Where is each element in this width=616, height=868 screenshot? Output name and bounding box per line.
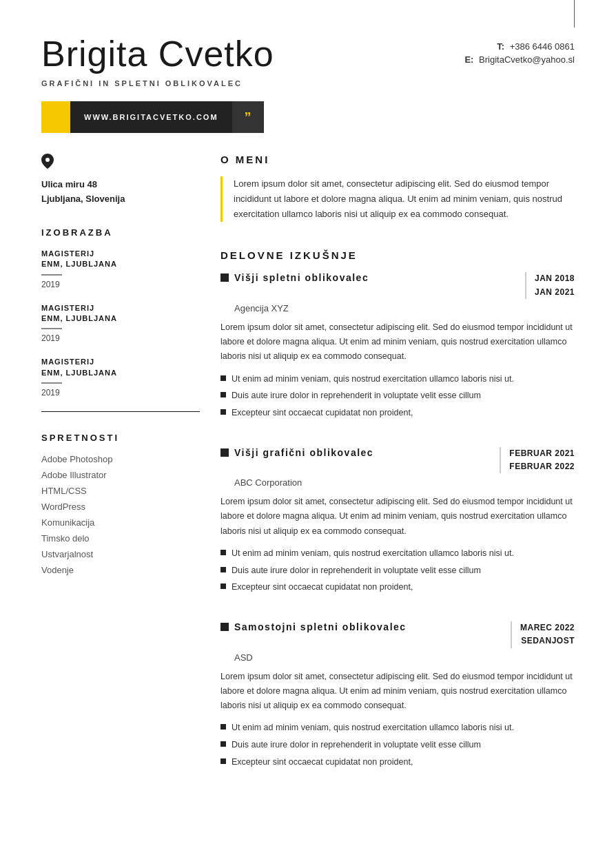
work-item-1: Višji spletni oblikovalec JAN 2018 JAN 2…: [220, 272, 575, 419]
education-item-3: MAGISTERIJ ENM, LJUBLJANA 2019: [41, 357, 200, 397]
work-date2-2: FEBRUAR 2022: [509, 460, 575, 473]
work-company-2: ABC Corporation: [220, 477, 575, 488]
work-square-icon-1: [220, 273, 229, 282]
work-bullet-3-3: Excepteur sint occaecat cupidatat non pr…: [220, 756, 575, 769]
phone-label: T:: [497, 41, 504, 52]
work-bullet-1-3: Excepteur sint occaecat cupidatat non pr…: [220, 406, 575, 420]
skill-item-6: Timsko delo: [41, 533, 200, 544]
work-company-1: Agencija XYZ: [220, 303, 575, 313]
work-header-3: Samostojni spletni oblikovalec MAREC 202…: [220, 621, 575, 648]
work-title-row-3: Samostojni spletni oblikovalec: [220, 621, 407, 632]
skill-item-1: Adobe Photoshop: [41, 454, 200, 464]
bullet-icon-3-2: [220, 741, 226, 747]
left-column: Ulica miru 48 Ljubljana, Slovenija IZOBR…: [41, 154, 200, 796]
skills-title: SPRETNOSTI: [41, 433, 200, 443]
work-header-2: Višji grafični oblikovalec FEBRUAR 2021 …: [220, 447, 575, 473]
location-icon: [41, 154, 200, 172]
quote-button[interactable]: ”: [232, 101, 264, 133]
bullet-icon-2-1: [220, 550, 226, 555]
edu-degree-3: MAGISTERIJ ENM, LJUBLJANA: [41, 357, 200, 378]
website-bar: WWW.BRIGITACVETKO.COM ”: [0, 101, 616, 133]
edu-year-1: 2019: [41, 280, 200, 289]
skill-item-2: Adobe Illustrator: [41, 470, 200, 480]
work-date1-3: MAREC 2022: [520, 621, 575, 634]
skill-item-5: Komunikacija: [41, 517, 200, 528]
skill-item-3: HTML/CSS: [41, 486, 200, 496]
work-title-row-2: Višji grafični oblikovalec: [220, 447, 373, 458]
bullet-icon-3-1: [220, 724, 226, 730]
website-button[interactable]: WWW.BRIGITACVETKO.COM: [70, 101, 232, 133]
work-dates-1: JAN 2018 JAN 2021: [525, 272, 575, 298]
skill-item-8: Vodenje: [41, 565, 200, 575]
work-item-3: Samostojni spletni oblikovalec MAREC 202…: [220, 621, 575, 768]
resume-page: Brigita Cvetko GRAFIČNI IN SPLETNI OBLIK…: [0, 0, 616, 868]
location-section: Ulica miru 48 Ljubljana, Slovenija: [41, 154, 200, 207]
right-column: O MENI Lorem ipsum dolor sit amet, conse…: [220, 154, 575, 796]
yellow-accent-block: [41, 101, 70, 133]
work-item-2: Višji grafični oblikovalec FEBRUAR 2021 …: [220, 447, 575, 594]
edu-divider-3: [41, 382, 62, 384]
experience-section: DELOVNE IZKUŠNJE Višji spletni oblikoval…: [220, 249, 575, 768]
work-square-icon-2: [220, 448, 229, 457]
work-square-icon-3: [220, 623, 229, 631]
top-bar-decoration: [574, 0, 575, 28]
work-date2-3: SEDANJOST: [520, 634, 575, 648]
candidate-subtitle: GRAFIČNI IN SPLETNI OBLIKOVALEC: [41, 79, 464, 87]
top-line-section: [0, 0, 616, 28]
work-title-1: Višji spletni oblikovalec: [234, 272, 369, 283]
about-section: O MENI Lorem ipsum dolor sit amet, conse…: [220, 154, 575, 222]
about-title: O MENI: [220, 154, 575, 165]
work-desc-2: Lorem ipsum dolor sit amet, consectetur …: [220, 495, 575, 539]
bullet-icon-1-1: [220, 375, 226, 381]
email-label: E:: [464, 54, 473, 65]
skill-item-7: Ustvarjalnost: [41, 549, 200, 559]
phone-value: +386 6446 0861: [510, 41, 575, 52]
email-value: BrigitaCvetko@yahoo.sl: [479, 54, 575, 65]
edu-degree-2: MAGISTERIJ ENM, LJUBLJANA: [41, 303, 200, 324]
location-address: Ulica miru 48 Ljubljana, Slovenija: [41, 178, 200, 207]
location-line1: Ulica miru 48: [41, 178, 200, 192]
skills-section: SPRETNOSTI Adobe Photoshop Adobe Illustr…: [41, 433, 200, 575]
about-text: Lorem ipsum dolor sit amet, consectetur …: [220, 176, 575, 222]
work-bullet-1-1: Ut enim ad minim veniam, quis nostrud ex…: [220, 373, 575, 386]
edu-divider-1: [41, 274, 62, 276]
bullet-icon-2-3: [220, 583, 226, 589]
candidate-name: Brigita Cvetko: [41, 34, 464, 74]
bullet-icon-1-2: [220, 392, 226, 397]
experience-title: DELOVNE IZKUŠNJE: [220, 249, 575, 261]
bullet-icon-1-3: [220, 409, 226, 415]
skill-item-4: WordPress: [41, 502, 200, 512]
work-desc-3: Lorem ipsum dolor sit amet, consectetur …: [220, 670, 575, 714]
main-layout: Ulica miru 48 Ljubljana, Slovenija IZOBR…: [0, 154, 616, 796]
work-bullet-2-2: Duis aute irure dolor in reprehenderit i…: [220, 564, 575, 577]
work-desc-1: Lorem ipsum dolor sit amet, consectetur …: [220, 320, 575, 364]
header-section: Brigita Cvetko GRAFIČNI IN SPLETNI OBLIK…: [0, 28, 616, 87]
work-title-row-1: Višji spletni oblikovalec: [220, 272, 369, 283]
work-date1-1: JAN 2018: [535, 272, 575, 285]
work-title-2: Višji grafični oblikovalec: [234, 447, 373, 458]
email-line: E: BrigitaCvetko@yahoo.sl: [464, 54, 575, 65]
education-item-1: MAGISTERIJ ENM, LJUBLJANA 2019: [41, 249, 200, 289]
work-bullet-3-1: Ut enim ad minim veniam, quis nostrud ex…: [220, 721, 575, 734]
work-bullet-3-2: Duis aute irure dolor in reprehenderit i…: [220, 738, 575, 752]
edu-degree-1: MAGISTERIJ ENM, LJUBLJANA: [41, 249, 200, 270]
bullet-icon-2-2: [220, 567, 226, 572]
header-contact: T: +386 6446 0861 E: BrigitaCvetko@yahoo…: [464, 34, 575, 68]
phone-line: T: +386 6446 0861: [464, 41, 575, 52]
work-bullet-2-1: Ut enim ad minim veniam, quis nostrud ex…: [220, 547, 575, 560]
education-title: IZOBRAZBA: [41, 227, 200, 238]
work-date2-1: JAN 2021: [535, 286, 575, 299]
work-dates-3: MAREC 2022 SEDANJOST: [511, 621, 575, 648]
edu-year-2: 2019: [41, 333, 200, 343]
work-bullet-2-3: Excepteur sint occaecat cupidatat non pr…: [220, 581, 575, 594]
work-date1-2: FEBRUAR 2021: [509, 447, 575, 460]
work-company-3: ASD: [220, 652, 575, 663]
edu-divider-2: [41, 328, 62, 329]
header-left: Brigita Cvetko GRAFIČNI IN SPLETNI OBLIK…: [41, 34, 464, 87]
location-line2: Ljubljana, Slovenija: [41, 192, 200, 207]
bullet-icon-3-3: [220, 758, 226, 764]
education-section: IZOBRAZBA MAGISTERIJ ENM, LJUBLJANA 2019…: [41, 227, 200, 412]
work-header-1: Višji spletni oblikovalec JAN 2018 JAN 2…: [220, 272, 575, 298]
work-title-3: Samostojni spletni oblikovalec: [234, 621, 407, 632]
work-dates-2: FEBRUAR 2021 FEBRUAR 2022: [500, 447, 575, 473]
